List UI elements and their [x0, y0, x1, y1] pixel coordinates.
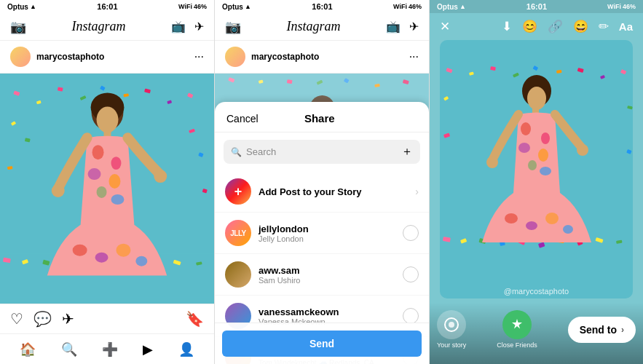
svg-point-84	[538, 149, 548, 162]
wifi-1: WiFi	[178, 3, 192, 10]
check-jellylondon[interactable]	[403, 225, 419, 241]
battery-1: 46%	[194, 3, 207, 10]
ig-logo-2: Instagram	[286, 19, 340, 34]
tv-icon-2[interactable]: 📺	[386, 20, 401, 33]
emoji-icon[interactable]: 😊	[522, 19, 537, 34]
story-bottom-bar: Your story Close Friends Send to ›	[430, 302, 643, 364]
ig-header-2: 📷 Instagram 📺 ✈	[215, 13, 429, 41]
svg-point-35	[97, 186, 107, 198]
story-chevron-icon: ›	[415, 186, 419, 197]
svg-point-38	[95, 253, 109, 263]
share-icon-1[interactable]: ✈	[62, 310, 74, 328]
check-vanessa[interactable]	[403, 308, 419, 324]
signal-icon-2: ▲	[245, 3, 251, 10]
wifi-2: WiFi	[393, 3, 407, 10]
status-bar-1: Optus ▲ 16:01 WiFi 46%	[0, 0, 214, 13]
ig-logo-1: Instagram	[71, 19, 125, 34]
user-row-1: marycostaphoto ···	[0, 41, 214, 74]
bottom-nav-1: 🏠 🔍 ➕ ▶ 👤	[0, 333, 214, 364]
send-to-arrow-icon: ›	[621, 325, 624, 335]
search-nav-icon-1[interactable]: 🔍	[61, 341, 77, 357]
story-top-bar: ✕ ⬇ 😊 🔗 😄 ✏ Aa	[430, 13, 643, 40]
carrier-2: Optus	[222, 3, 243, 11]
svg-point-29	[97, 106, 119, 132]
avatar-1[interactable]	[10, 47, 31, 67]
camera-icon-1[interactable]: 📷	[10, 19, 26, 35]
svg-point-89	[545, 213, 559, 224]
send-icon-2[interactable]: ✈	[409, 20, 419, 33]
download-icon[interactable]: ⬇	[502, 19, 512, 34]
story-info: Add Post to your Story	[259, 186, 408, 197]
svg-point-31	[92, 145, 104, 159]
check-awwsam[interactable]	[403, 266, 419, 282]
svg-point-85	[528, 160, 537, 170]
send-to-button[interactable]: Send to ›	[568, 317, 636, 343]
time-1: 16:01	[97, 2, 117, 11]
reels-icon-1[interactable]: ▶	[143, 341, 153, 357]
post-image-1	[0, 74, 214, 304]
contact-awwsam[interactable]: aww.sam Sam Ushiro	[215, 254, 429, 296]
camera-icon-2[interactable]: 📷	[225, 19, 241, 35]
add-to-story-item[interactable]: + Add Post to your Story ›	[215, 171, 429, 213]
battery-2: 46%	[409, 3, 422, 10]
cancel-share-button[interactable]: Cancel	[226, 113, 259, 124]
svg-point-39	[116, 244, 130, 257]
phone-feed: Optus ▲ 16:01 WiFi 46% 📷 Instagram 📺 ✈ m…	[0, 0, 215, 364]
close-friends-icon	[502, 310, 532, 339]
send-icon-1[interactable]: ✈	[194, 20, 204, 33]
text-icon[interactable]: Aa	[619, 20, 633, 33]
svg-point-37	[73, 245, 87, 256]
link-icon[interactable]: 🔗	[548, 19, 563, 34]
time-3: 16:01	[526, 2, 547, 11]
search-input[interactable]: Search	[246, 146, 394, 157]
story-avatar: +	[225, 178, 251, 205]
home-icon-1[interactable]: 🏠	[20, 341, 36, 357]
svg-point-42	[154, 170, 167, 183]
contact-jellylondon[interactable]: JLLY jellylondon Jelly London	[215, 213, 429, 254]
svg-point-87	[505, 213, 518, 223]
search-plus-icon[interactable]: ＋	[401, 144, 413, 159]
svg-point-83	[518, 143, 530, 153]
battery-3: 46%	[623, 3, 636, 10]
wifi-3: WiFi	[607, 3, 621, 10]
svg-point-32	[111, 157, 121, 170]
avatar-2[interactable]	[225, 47, 245, 67]
mention-tag: @marycostaphoto	[430, 284, 643, 297]
close-friends-label: Close Friends	[497, 341, 537, 349]
signal-icon-3: ▲	[459, 3, 466, 10]
sticker-icon[interactable]: 😄	[573, 19, 588, 34]
share-title: Share	[304, 112, 335, 124]
save-icon-1[interactable]: 🔖	[186, 310, 204, 328]
add-icon-1[interactable]: ➕	[102, 341, 118, 357]
svg-point-41	[52, 184, 65, 197]
draw-icon[interactable]: ✏	[599, 19, 609, 34]
svg-point-91	[486, 157, 498, 168]
status-bar-2: Optus ▲ 16:01 WiFi 46%	[215, 0, 429, 13]
svg-point-81	[521, 122, 531, 135]
share-search-bar[interactable]: 🔍 Search ＋	[224, 140, 420, 164]
svg-point-33	[88, 168, 101, 180]
close-icon[interactable]: ✕	[440, 19, 450, 34]
close-friends-action[interactable]: Close Friends	[497, 310, 537, 349]
like-icon-1[interactable]: ♡	[10, 310, 23, 328]
more-icon-1[interactable]: ···	[194, 50, 204, 63]
send-btn-bar: Send	[215, 323, 429, 364]
status-bar-3: Optus ▲ 16:01 WiFi 46%	[430, 0, 643, 13]
your-story-action[interactable]: Your story	[437, 310, 466, 349]
profile-icon-1[interactable]: 👤	[178, 341, 194, 357]
phone-share: Optus ▲ 16:01 WiFi 46% 📷 Instagram 📺 ✈ m…	[215, 0, 430, 364]
svg-point-92	[577, 144, 588, 156]
your-story-icon	[437, 310, 466, 339]
svg-point-94	[449, 322, 454, 328]
tv-icon-1[interactable]: 📺	[171, 20, 186, 33]
svg-point-34	[109, 174, 120, 189]
share-panel: Cancel Share 🔍 Search ＋ + Add Post to yo…	[215, 102, 429, 364]
comment-icon-1[interactable]: 💬	[33, 310, 52, 328]
more-icon-2[interactable]: ···	[409, 50, 419, 63]
ig-header-1: 📷 Instagram 📺 ✈	[0, 13, 214, 41]
post-actions-1: ♡ 💬 ✈ 🔖	[0, 304, 214, 333]
sub-awwsam: Sam Ushiro	[259, 276, 395, 285]
send-button[interactable]: Send	[222, 331, 422, 357]
name-awwsam: aww.sam	[259, 265, 395, 276]
avatar-jellylondon: JLLY	[225, 220, 251, 246]
